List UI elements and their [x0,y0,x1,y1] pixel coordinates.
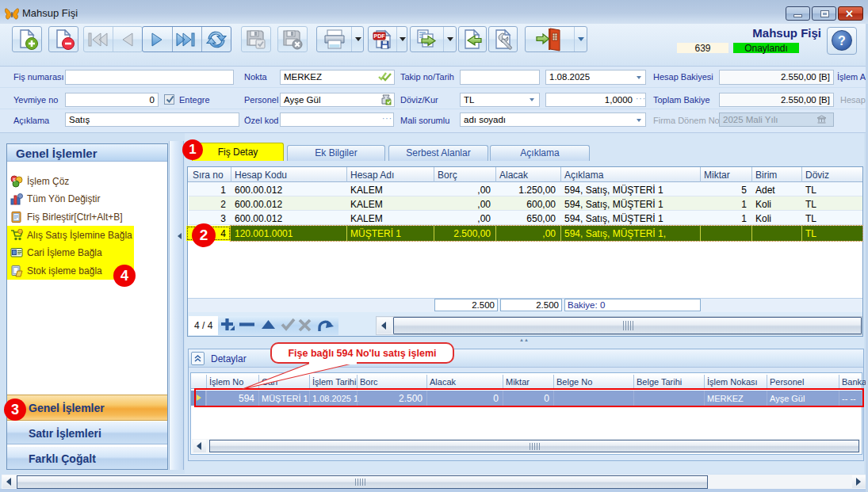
svg-text:PDF: PDF [374,33,386,39]
